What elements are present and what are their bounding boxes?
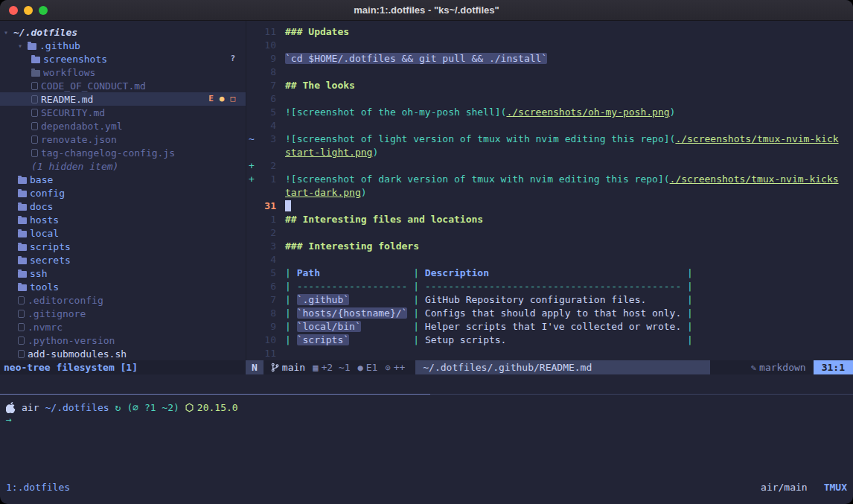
modified-marker: ● [220,92,225,106]
tree-item[interactable]: ▾~/.dotfiles [0,25,246,39]
text-segment: ![screenshot of dark version of tmux wit… [285,173,670,185]
text-segment: ./screenshots/tmux-nvim-kicks [670,173,839,185]
tree-item[interactable]: config [0,186,246,200]
zoom-button[interactable] [39,6,48,15]
editor-line[interactable]: +1![screenshot of dark version of tmux w… [246,173,853,186]
sign-column [246,293,257,307]
tree-item[interactable]: workflows [0,66,246,79]
shell-pane[interactable]: air ~/.dotfiles ↻ (⌀ ?1 ~2) 20.15.0 → [6,401,238,427]
unstaged-marker: □ [230,92,235,106]
line-text: start-light.png) [276,146,378,159]
editor-line[interactable]: 2 [246,226,853,240]
tree-item[interactable]: hosts [0,213,246,226]
tree-item[interactable]: base [0,173,246,186]
tree-item-label: tools [30,281,59,293]
text-segment: ) [670,106,676,118]
editor-line[interactable]: +2 [246,159,853,173]
tree-item[interactable]: screenshots? [0,52,246,66]
tree-item-label: scripts [30,241,71,252]
git-diff-stats: ▦ +2 ~1 [313,362,350,373]
editor-line[interactable]: ~3![screenshot of light version of tmux … [246,133,853,146]
tree-item[interactable]: (1 hidden item) [0,159,246,173]
text-segment: `.github` [297,294,349,305]
tmux-window-tab[interactable]: 1:.dotfiles [6,482,70,493]
editor-line[interactable]: 5![screenshot of the oh-my-posh shell](.… [246,106,853,119]
editor-line[interactable]: 7## The looks [246,79,853,92]
close-button[interactable] [9,6,18,15]
editor-line[interactable]: 10 [246,39,853,52]
editor-line[interactable]: 9`cd $HOME/.dotfiles && git pull && ./in… [246,52,853,66]
editor-line[interactable]: 8 [246,66,853,79]
tree-item-label: SECURITY.md [41,107,105,118]
tree-item[interactable]: docs [0,200,246,213]
text-segment: tart-dark.png [285,187,361,198]
text-segment: ## Interesting files and locations [285,214,483,225]
line-text: | ------------------- | ----------------… [276,280,693,293]
line-number: 5 [257,267,276,280]
sign-column [246,92,257,106]
sign-column [246,280,257,293]
editor-line[interactable]: 11 [246,347,853,360]
text-segment [506,334,681,345]
editor-line[interactable]: 8| `hosts/{hostname}/` | Configs that sh… [246,307,853,320]
tree-item[interactable]: local [0,226,246,240]
editor-line[interactable]: 31 [246,200,853,213]
line-number: 6 [257,92,276,106]
line-number: 3 [257,240,276,253]
editor-line[interactable]: 9| `local/bin` | Helper scripts that I'v… [246,320,853,334]
chevron-down-icon[interactable]: ▾ [18,42,25,50]
text-cursor [285,200,291,211]
editor-line[interactable]: 11### Updates [246,25,853,39]
tree-item[interactable]: ssh [0,267,246,280]
editor-line[interactable]: 4 [246,253,853,267]
editor-line[interactable]: 10| `scripts` | Setup scripts. | [246,334,853,347]
extra-flags: ++ [394,362,406,373]
tree-item[interactable]: tag-changelog-config.js [0,146,246,159]
editor-line[interactable]: 7| `.github` | GitHub Repository configu… [246,293,853,307]
tree-item[interactable]: scripts [0,240,246,253]
text-segment: | [407,334,424,345]
tree-item[interactable]: add-submodules.sh [0,347,246,360]
editor-line[interactable]: 1## Interesting files and locations [246,213,853,226]
tree-item-label: tag-changelog-config.js [41,147,175,159]
editor-line[interactable]: 3### Interesting folders [246,240,853,253]
chevron-down-icon[interactable]: ▾ [4,28,10,36]
editor-line[interactable]: 5| Path | Description | [246,267,853,280]
tree-item[interactable]: .editorconfig [0,293,246,307]
line-number: 11 [257,25,276,39]
text-segment: ./screenshots/tmux-nvim-kick [675,133,838,144]
tree-item-label: dependabot.yml [41,121,123,132]
tree-item[interactable]: CODE_OF_CONDUCT.md [0,79,246,92]
tree-item[interactable]: secrets [0,253,246,267]
text-segment: | [407,294,424,305]
sign-column [246,320,257,334]
editor-line[interactable]: start-light.png) [246,146,853,159]
tree-item[interactable]: README.mdE●□ [0,92,246,106]
minimize-button[interactable] [24,6,33,15]
line-text: ![screenshot of dark version of tmux wit… [276,173,839,186]
tmux-pane-divider[interactable] [0,394,853,395]
text-segment: `local/bin` [297,321,361,332]
file-icon [31,135,38,144]
tree-item[interactable]: .python-version [0,334,246,347]
line-text [276,347,285,360]
hexagon-node-icon [185,403,194,412]
tree-item[interactable]: renovate.json [0,133,246,146]
editor-line[interactable]: 6| ------------------- | ---------------… [246,280,853,293]
line-text: ## Interesting files and locations [276,213,483,226]
sign-column [246,39,257,52]
tree-item[interactable]: ▾.github [0,39,246,52]
line-number: 8 [257,307,276,320]
tree-item[interactable]: .gitignore [0,307,246,320]
tree-item[interactable]: .nvmrc [0,320,246,334]
editor-line[interactable]: tart-dark.png) [246,186,853,200]
tree-item-label: hosts [30,214,59,226]
editor-line[interactable]: 4 [246,119,853,133]
tree-item[interactable]: dependabot.yml [0,119,246,133]
tree-item[interactable]: SECURITY.md [0,106,246,119]
line-number [257,146,276,159]
tree-item[interactable]: tools [0,280,246,293]
line-number: 3 [257,133,276,146]
editor-line[interactable]: 6 [246,92,853,106]
text-segment: Description [425,267,489,278]
